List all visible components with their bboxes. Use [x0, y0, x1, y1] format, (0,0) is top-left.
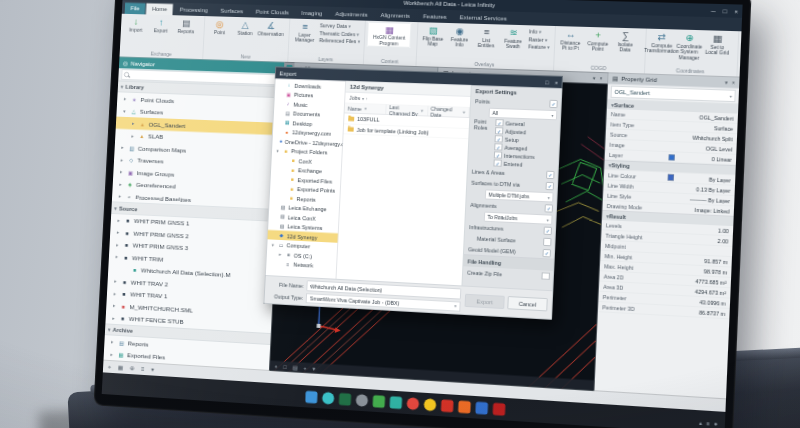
ribbon-dropdown-item[interactable]: Thematic Codes	[319, 30, 360, 37]
close-button[interactable]: ×	[734, 7, 738, 14]
chevron-down-icon[interactable]: ▾	[362, 96, 364, 101]
ribbon-button[interactable]: ▦ HxGN Content Program	[367, 22, 411, 47]
ribbon-button[interactable]: ⊕ Coordinate System Manager	[676, 31, 703, 61]
expand-arrow-icon[interactable]	[131, 133, 136, 139]
ribbon-button[interactable]: ↔ Distance Pt to Pt	[557, 28, 584, 52]
pane-menu-icon[interactable]: ▾	[593, 75, 596, 81]
checkbox[interactable]	[546, 182, 554, 189]
pane-close-icon[interactable]: ×	[599, 75, 602, 81]
expand-arrow-icon[interactable]	[114, 278, 119, 284]
checkbox[interactable]	[494, 159, 501, 166]
filter-icon[interactable]: ▼	[364, 106, 368, 111]
checkbox[interactable]	[496, 119, 503, 126]
ribbon-button[interactable]: ≡ List Entities	[473, 25, 499, 49]
expand-arrow-icon[interactable]	[116, 242, 121, 248]
pan-icon[interactable]: ⌖	[274, 363, 277, 370]
expand-arrow-icon[interactable]	[124, 96, 129, 102]
system-tray[interactable]: ▴≡●	[699, 419, 718, 427]
expand-arrow-icon[interactable]	[119, 181, 124, 187]
app-orange-icon[interactable]	[458, 401, 471, 414]
checkbox[interactable]	[544, 227, 552, 234]
ribbon-dropdown-item[interactable]: Referenced Files	[319, 38, 360, 45]
app-blue-icon[interactable]	[475, 402, 488, 415]
grid-toggle-icon[interactable]: ▦	[118, 364, 124, 371]
expand-arrow-icon[interactable]	[119, 193, 124, 199]
expand-arrow-icon[interactable]	[123, 108, 128, 114]
more-options-icon[interactable]: ▾	[151, 366, 154, 373]
ribbon-button[interactable]: + Compute Point	[585, 28, 612, 52]
checkbox[interactable]	[542, 272, 550, 280]
ribbon-dropdown-item[interactable]: Raster	[528, 36, 550, 42]
ribbon-tab[interactable]: File	[125, 3, 146, 15]
checkbox[interactable]	[495, 143, 502, 150]
ribbon-button[interactable]: ≋ Feature Swath	[500, 26, 526, 50]
ribbon-tab[interactable]: Imaging	[295, 7, 328, 19]
dialog-close-button[interactable]: ×	[555, 79, 559, 85]
expand-arrow-icon[interactable]	[110, 351, 115, 357]
ribbon-button[interactable]: ▦ Set to Local Grid	[704, 32, 732, 62]
pane-close-icon[interactable]: ×	[732, 80, 735, 86]
ribbon-button[interactable]: ▤ Reports	[174, 17, 199, 35]
checkbox[interactable]	[495, 127, 502, 134]
layers-view-icon[interactable]: ▤	[292, 364, 297, 371]
checkbox[interactable]	[544, 238, 552, 245]
expand-arrow-icon[interactable]	[117, 217, 122, 223]
ribbon-dropdown-item[interactable]: Info	[529, 29, 551, 35]
checkbox[interactable]	[547, 171, 555, 178]
osnap-icon[interactable]: ⊕	[130, 365, 135, 372]
expand-arrow-icon[interactable]	[272, 242, 276, 247]
ribbon-button[interactable]: ≡ Layer Manager	[292, 20, 318, 43]
checkbox[interactable]	[543, 249, 551, 256]
settings-icon[interactable]	[356, 394, 369, 407]
ribbon-button[interactable]: ▧ Flip Base Map	[420, 24, 446, 48]
chrome-icon[interactable]	[407, 397, 420, 410]
breadcrumb[interactable]: Jobs	[349, 95, 360, 101]
zoom-window-icon[interactable]: □	[283, 363, 287, 369]
ribbon-button[interactable]: ◉ Feature Info	[447, 24, 473, 48]
excel-icon[interactable]	[339, 393, 351, 406]
expand-arrow-icon[interactable]	[132, 121, 137, 127]
layers-toggle-icon[interactable]: ≡	[141, 365, 145, 372]
ribbon-tab[interactable]: Features	[417, 11, 453, 23]
expand-arrow-icon[interactable]	[117, 229, 122, 235]
expand-arrow-icon[interactable]	[276, 148, 280, 153]
checkbox[interactable]	[545, 205, 553, 212]
ribbon-button[interactable]: △ Station	[233, 18, 258, 36]
app-red-icon[interactable]	[441, 399, 454, 412]
expand-arrow-icon[interactable]	[120, 169, 125, 175]
app-green-icon[interactable]	[373, 395, 386, 408]
filter-icon[interactable]: ▼	[462, 110, 466, 115]
ribbon-dropdown-item[interactable]: Survey Data	[320, 23, 361, 30]
ribbon-tab[interactable]: Surfaces	[214, 5, 249, 17]
expand-arrow-icon[interactable]	[111, 339, 116, 345]
snap-icon[interactable]: ⌖	[108, 363, 112, 370]
ribbon-dropdown-item[interactable]: Feature	[528, 44, 550, 50]
export-button[interactable]: Export	[465, 294, 504, 308]
dialog-maximize-button[interactable]: □	[545, 79, 549, 85]
edge-icon[interactable]	[322, 392, 334, 405]
checkbox[interactable]	[550, 100, 557, 107]
ribbon-button[interactable]: ◎ Point	[207, 18, 232, 36]
filter-icon[interactable]: ▼	[420, 108, 424, 113]
ribbon-button[interactable]: ↑ Export	[149, 16, 174, 34]
expand-arrow-icon[interactable]	[112, 315, 117, 321]
ribbon-button[interactable]: ↓ Import	[124, 15, 149, 33]
pane-pin-icon[interactable]: ▾	[725, 79, 728, 85]
expand-arrow-icon[interactable]	[121, 145, 126, 151]
start-icon[interactable]	[305, 391, 317, 404]
expand-arrow-icon[interactable]	[115, 254, 120, 260]
maximize-button[interactable]: □	[723, 7, 727, 14]
expand-arrow-icon[interactable]	[121, 157, 126, 163]
cancel-button[interactable]: Cancel	[508, 297, 547, 311]
add-view-icon[interactable]: +	[303, 365, 306, 371]
expand-arrow-icon[interactable]	[113, 303, 118, 309]
ribbon-button[interactable]: ∡ Observation	[258, 19, 283, 37]
bulb-icon[interactable]	[424, 398, 437, 411]
ribbon-button[interactable]: ∑ Isolate Data	[612, 29, 639, 53]
ribbon-button[interactable]: ⇄ Compute Transformation	[648, 30, 675, 60]
app-teal-icon[interactable]	[390, 396, 403, 409]
view-menu-icon[interactable]: ▾	[313, 365, 316, 372]
minimize-button[interactable]: ─	[711, 7, 716, 14]
checkbox[interactable]	[495, 135, 502, 142]
settings-row[interactable]: Point Roles ▾	[468, 118, 560, 170]
